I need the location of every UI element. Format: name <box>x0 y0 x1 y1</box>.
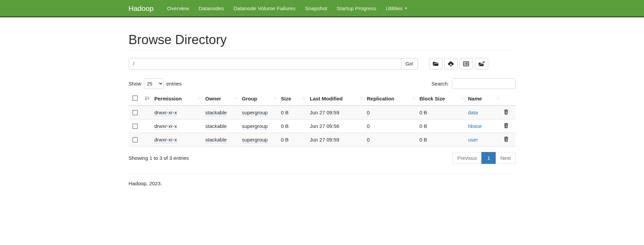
nav-item-label: Datanodes <box>199 5 224 12</box>
trash-icon <box>504 124 509 129</box>
clipboard-list-button[interactable] <box>460 58 473 70</box>
directory-link[interactable]: hbase <box>468 123 482 129</box>
col-header-label: Last Modified <box>310 96 343 101</box>
nav-item-label: Startup Progress <box>337 5 376 12</box>
sort-active-icon <box>145 96 150 102</box>
divider <box>129 173 516 174</box>
nav-item-datanodes[interactable]: Datanodes <box>194 5 229 12</box>
col-header-replication[interactable]: Replication↓↑ <box>367 94 420 106</box>
path-input[interactable] <box>129 58 402 70</box>
nav-menu: Overview Datanodes Datanode Volume Failu… <box>162 5 412 12</box>
upload-files-button[interactable] <box>444 58 458 70</box>
col-header-label: Block Size <box>420 96 445 101</box>
block-size-value: 0 B <box>420 137 427 143</box>
col-header-last-modified[interactable]: Last Modified↓↑ <box>310 94 367 106</box>
page-length-control: Show 25 entries <box>129 78 182 89</box>
table-footer: Showing 1 to 3 of 3 entries Previous 1 N… <box>129 152 516 164</box>
sort-icon: ↓↑ <box>412 96 415 100</box>
col-header-group[interactable]: Group↓↑ <box>242 94 281 106</box>
group-value[interactable]: supergroup <box>242 137 268 143</box>
row-checkbox[interactable] <box>132 110 138 115</box>
sort-icon: ↓↑ <box>198 96 201 100</box>
col-header-block-size[interactable]: Block Size↓↑ <box>420 94 468 106</box>
show-label: Show <box>129 81 142 87</box>
nav-item-startup-progress[interactable]: Startup Progress <box>332 5 381 12</box>
nav-item-label: Overview <box>167 5 189 12</box>
row-checkbox[interactable] <box>132 137 138 143</box>
col-header-label: Size <box>281 96 291 101</box>
sort-icon: ↓↑ <box>461 96 463 100</box>
size-value: 0 B <box>281 123 289 129</box>
col-header-owner[interactable]: Owner↓↑ <box>205 94 242 106</box>
directory-link[interactable]: data <box>468 110 478 115</box>
permission-value[interactable]: drwxr-xr-x <box>154 110 177 116</box>
path-input-group: Go! <box>129 58 418 70</box>
folder-open-icon <box>433 61 439 67</box>
directory-actions <box>429 58 488 70</box>
nav-item-label: Datanode Volume Failures <box>234 5 296 12</box>
owner-value[interactable]: stackable <box>205 137 227 143</box>
footer-text: Hadoop, 2023. <box>129 181 516 186</box>
permission-value[interactable]: drwxr-xr-x <box>154 137 177 143</box>
col-header-size[interactable]: Size↓↑ <box>281 94 310 106</box>
replication-value[interactable]: 0 <box>367 123 370 130</box>
col-header-name[interactable]: Name↓↑ <box>468 94 504 106</box>
col-header-select[interactable] <box>129 94 154 106</box>
select-all-checkbox[interactable] <box>132 95 138 101</box>
directory-link[interactable]: user <box>468 137 478 143</box>
replication-value[interactable]: 0 <box>367 110 370 116</box>
last-modified-value: Jun 27 09:56 <box>310 123 339 129</box>
caret-down-icon: ▾ <box>405 6 407 10</box>
permission-value[interactable]: drwxr-xr-x <box>154 123 177 130</box>
size-value: 0 B <box>281 110 289 115</box>
col-header-actions <box>504 94 516 106</box>
group-value[interactable]: supergroup <box>242 123 268 130</box>
brand-link[interactable]: Hadoop <box>129 4 154 13</box>
page-length-select[interactable]: 25 <box>144 78 164 89</box>
col-header-label: Permission <box>154 96 182 101</box>
group-value[interactable]: supergroup <box>242 110 268 116</box>
create-directory-button[interactable] <box>429 58 442 70</box>
search-control: Search: <box>431 78 516 89</box>
nav-item-datanode-volume-failures[interactable]: Datanode Volume Failures <box>229 5 300 12</box>
trash-icon <box>504 111 509 116</box>
pagination: Previous 1 Next <box>453 152 516 164</box>
entries-summary: Showing 1 to 3 of 3 entries <box>129 155 189 161</box>
col-header-permission[interactable]: Permission↓↑ <box>154 94 205 106</box>
list-alt-icon <box>463 61 469 67</box>
col-header-label: Group <box>242 96 257 101</box>
nav-item-snapshot[interactable]: Snapshot <box>300 5 332 12</box>
table-row: drwxr-xr-x stackable supergroup 0 B Jun … <box>129 106 516 119</box>
search-input[interactable] <box>452 78 516 89</box>
go-button[interactable]: Go! <box>401 58 418 70</box>
page-title: Browse Directory <box>129 33 516 51</box>
replication-value[interactable]: 0 <box>367 137 370 143</box>
row-checkbox[interactable] <box>132 124 138 129</box>
owner-value[interactable]: stackable <box>205 123 227 130</box>
delete-button[interactable] <box>504 123 509 128</box>
table-controls: Show 25 entries Search: <box>129 78 516 89</box>
delete-button[interactable] <box>504 109 509 115</box>
delete-button[interactable] <box>504 136 509 142</box>
table-row: drwxr-xr-x stackable supergroup 0 B Jun … <box>129 133 516 147</box>
cloud-upload-icon <box>447 61 454 67</box>
nav-item-label: Snapshot <box>305 5 327 12</box>
nav-item-overview[interactable]: Overview <box>162 5 194 12</box>
pagination-page-1[interactable]: 1 <box>482 152 496 164</box>
col-header-label: Replication <box>367 96 394 101</box>
paste-into-folder-button[interactable] <box>475 58 488 70</box>
owner-value[interactable]: stackable <box>205 110 227 116</box>
last-modified-value: Jun 27 09:59 <box>310 137 339 143</box>
sort-icon: ↓↑ <box>235 96 237 100</box>
pagination-next[interactable]: Next <box>496 152 516 164</box>
pagination-previous[interactable]: Previous <box>453 152 482 164</box>
size-value: 0 B <box>281 137 289 143</box>
col-header-label: Name <box>468 96 482 101</box>
directory-table: Permission↓↑ Owner↓↑ Group↓↑ Size↓↑ Last… <box>129 94 516 147</box>
sort-icon: ↓↑ <box>274 96 276 100</box>
nav-item-utilities[interactable]: Utilities ▾ <box>381 5 411 12</box>
sort-icon: ↓↑ <box>360 96 362 100</box>
top-navbar: Hadoop Overview Datanodes Datanode Volum… <box>0 0 644 17</box>
trash-icon <box>504 138 509 143</box>
folder-paste-icon <box>478 61 485 67</box>
